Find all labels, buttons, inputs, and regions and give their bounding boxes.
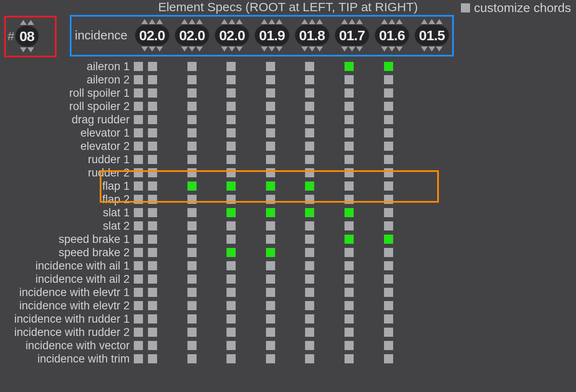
grid-checkbox[interactable] [187,142,197,151]
chevron-down-icon[interactable] [436,47,443,51]
grid-checkbox[interactable] [266,128,275,137]
grid-checkbox[interactable] [345,235,354,244]
chevron-down-icon[interactable] [189,47,195,51]
grid-checkbox[interactable] [187,168,197,177]
chevron-down-icon[interactable] [349,47,355,51]
grid-checkbox[interactable] [134,235,143,244]
grid-checkbox[interactable] [187,248,197,257]
grid-checkbox[interactable] [226,115,236,124]
chevron-down-icon[interactable] [149,47,155,51]
chevron-up-icon[interactable] [421,19,428,24]
grid-checkbox[interactable] [305,274,314,284]
grid-checkbox[interactable] [226,221,236,230]
grid-checkbox[interactable] [134,128,143,137]
chevron-up-icon[interactable] [428,19,435,24]
grid-checkbox[interactable] [345,128,354,137]
grid-checkbox[interactable] [148,195,157,204]
chevron-up-icon[interactable] [276,19,283,24]
grid-checkbox[interactable] [384,235,393,244]
incidence-spinner-5[interactable]: 01.7 [335,19,369,51]
grid-checkbox[interactable] [187,301,197,310]
grid-checkbox[interactable] [187,155,197,164]
grid-checkbox[interactable] [266,88,275,98]
grid-checkbox[interactable] [266,115,275,124]
grid-checkbox[interactable] [305,328,314,337]
grid-checkbox[interactable] [148,88,157,98]
grid-checkbox[interactable] [345,221,354,230]
grid-checkbox[interactable] [384,221,393,230]
grid-checkbox[interactable] [134,75,143,84]
grid-checkbox[interactable] [134,288,143,297]
grid-checkbox[interactable] [226,155,236,164]
grid-checkbox[interactable] [134,221,143,230]
chevron-down-icon[interactable] [341,47,348,51]
grid-checkbox[interactable] [148,75,157,84]
grid-checkbox[interactable] [134,155,143,164]
chevron-down-icon[interactable] [236,47,243,51]
chevron-up-icon[interactable] [221,19,228,24]
grid-checkbox[interactable] [226,328,236,337]
chevron-down-icon[interactable] [268,47,275,51]
incidence-spinner-2[interactable]: 02.0 [215,19,249,51]
grid-checkbox[interactable] [266,274,275,284]
chevron-up-icon[interactable] [236,19,243,24]
grid-checkbox[interactable] [345,274,354,284]
chevron-up-icon[interactable] [396,19,403,24]
grid-checkbox[interactable] [384,181,393,191]
grid-checkbox[interactable] [134,142,143,151]
grid-checkbox[interactable] [187,62,197,71]
chevron-up-icon[interactable] [196,19,203,24]
chevron-down-icon[interactable] [27,47,34,52]
grid-checkbox[interactable] [305,128,314,137]
chevron-down-icon[interactable] [309,47,315,51]
grid-checkbox[interactable] [345,102,354,111]
grid-checkbox[interactable] [305,62,314,71]
grid-checkbox[interactable] [148,328,157,337]
grid-checkbox[interactable] [384,274,393,284]
chevron-down-icon[interactable] [381,47,388,51]
grid-checkbox[interactable] [305,288,314,297]
incidence-spinner-6[interactable]: 01.6 [375,19,409,51]
grid-checkbox[interactable] [384,142,393,151]
grid-checkbox[interactable] [384,75,393,84]
chevron-up-icon[interactable] [141,19,148,24]
grid-checkbox[interactable] [187,181,197,191]
grid-checkbox[interactable] [148,168,157,177]
grid-checkbox[interactable] [226,248,236,257]
grid-checkbox[interactable] [345,314,354,323]
incidence-spinner-7[interactable]: 01.5 [415,19,449,51]
grid-checkbox[interactable] [305,102,314,111]
chevron-down-icon[interactable] [221,47,228,51]
grid-checkbox[interactable] [148,354,157,363]
grid-checkbox[interactable] [226,142,236,151]
grid-checkbox[interactable] [345,301,354,310]
grid-checkbox[interactable] [305,155,314,164]
grid-checkbox[interactable] [226,341,236,350]
grid-checkbox[interactable] [266,62,275,71]
grid-checkbox[interactable] [148,261,157,270]
grid-checkbox[interactable] [226,208,236,217]
chevron-up-icon[interactable] [301,19,308,24]
grid-checkbox[interactable] [148,142,157,151]
grid-checkbox[interactable] [226,288,236,297]
grid-checkbox[interactable] [148,341,157,350]
grid-checkbox[interactable] [187,88,197,98]
grid-checkbox[interactable] [345,248,354,257]
grid-checkbox[interactable] [305,168,314,177]
grid-checkbox[interactable] [384,155,393,164]
grid-checkbox[interactable] [187,115,197,124]
grid-checkbox[interactable] [305,354,314,363]
grid-checkbox[interactable] [187,102,197,111]
chevron-up-icon[interactable] [149,19,155,24]
grid-checkbox[interactable] [226,128,236,137]
chevron-up-icon[interactable] [316,19,323,24]
grid-checkbox[interactable] [345,155,354,164]
grid-checkbox[interactable] [266,195,275,204]
chevron-up-icon[interactable] [189,19,195,24]
grid-checkbox[interactable] [266,208,275,217]
grid-checkbox[interactable] [134,168,143,177]
grid-checkbox[interactable] [305,261,314,270]
grid-checkbox[interactable] [305,235,314,244]
grid-checkbox[interactable] [187,235,197,244]
incidence-value-5[interactable]: 01.7 [335,25,369,46]
